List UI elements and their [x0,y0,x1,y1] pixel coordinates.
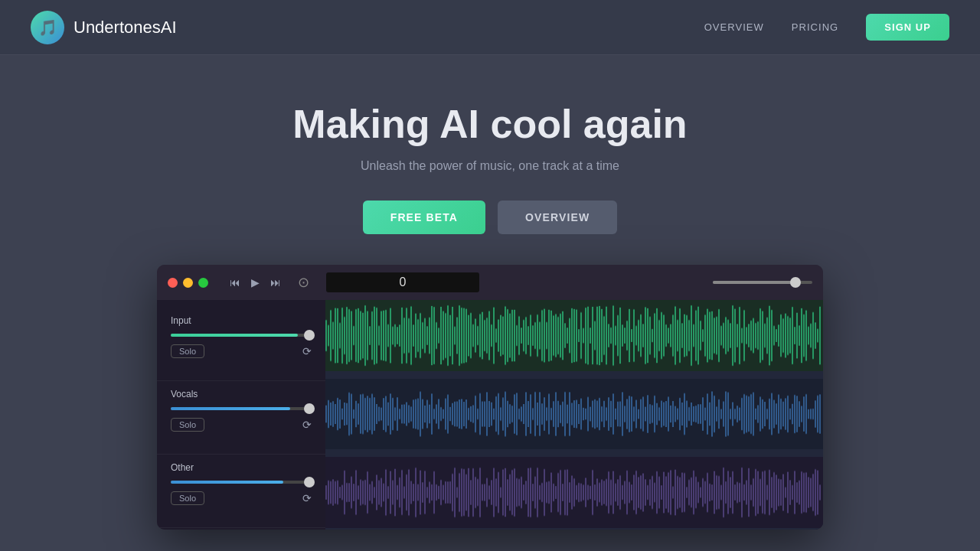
traffic-lights [168,278,208,288]
track-other-name: Other [171,462,312,473]
track-other-fill [171,481,283,484]
track-vocals-thumb[interactable] [304,403,315,414]
waveform-vocals [325,379,823,452]
track-input-slider-bg [171,334,312,337]
waveform-separator-1 [325,373,823,379]
track-vocals-slider-bg [171,407,312,410]
track-other-controls: Solo ⟳ [171,491,312,505]
nav-pricing[interactable]: PRICING [792,21,838,33]
track-input-settings-icon[interactable]: ⟳ [302,345,312,357]
fast-forward-button[interactable]: ⏭ [270,276,281,289]
maximize-button[interactable] [198,278,208,288]
daw-titlebar: ⏮ ▶ ⏭ ⊙ 0 [157,265,823,300]
track-other-settings-icon[interactable]: ⟳ [302,492,312,504]
waveform-other-canvas [325,457,823,528]
hero-title: Making AI cool again [292,101,687,147]
track-other-thumb[interactable] [304,477,315,487]
hero-subtitle: Unleash the power of music, one track at… [361,159,619,173]
waveform-other [325,457,823,530]
track-input-slider[interactable] [171,334,312,337]
volume-thumb[interactable] [790,277,801,288]
track-input-controls: Solo ⟳ [171,344,312,358]
logo-icon: 🎵 [31,11,64,44]
track-input-fill [171,334,298,337]
daw-window: ⏮ ▶ ⏭ ⊙ 0 Input [157,265,823,530]
track-input: Input Solo ⟳ [157,308,325,381]
daw-body: Input Solo ⟳ Vocals [157,300,823,530]
nav-overview[interactable]: OVERVIEW [704,21,764,33]
track-other-solo[interactable]: Solo [171,491,204,505]
waveform-input-canvas [325,300,823,371]
free-beta-button[interactable]: FREE BETA [363,201,485,234]
track-input-thumb[interactable] [304,330,315,341]
hero-section: Making AI cool again Unleash the power o… [0,55,980,265]
waveforms-panel [325,300,823,530]
minimize-button[interactable] [183,278,193,288]
track-vocals-slider[interactable] [171,407,312,410]
track-vocals-fill [171,407,290,410]
close-button[interactable] [168,278,178,288]
volume-track [713,281,812,284]
rewind-button[interactable]: ⏮ [230,276,240,289]
logo-area: 🎵 UndertonesAI [31,11,177,44]
track-vocals-controls: Solo ⟳ [171,418,312,432]
overview-button[interactable]: OVERVIEW [498,201,617,234]
signup-button[interactable]: SIGN UP [866,14,949,41]
track-other-slider-bg [171,481,312,484]
transport-controls: ⏮ ▶ ⏭ [230,276,281,289]
track-vocals-settings-icon[interactable]: ⟳ [302,419,312,431]
track-other: Other Solo ⟳ [157,455,325,528]
track-input-solo[interactable]: Solo [171,344,204,358]
header: 🎵 UndertonesAI OVERVIEW PRICING SIGN UP [0,0,980,55]
waveform-input [325,300,823,373]
volume-slider[interactable] [713,281,812,284]
play-button[interactable]: ▶ [251,276,260,289]
timer-display: 0 [326,272,479,292]
track-input-name: Input [171,315,312,326]
track-vocals-name: Vocals [171,389,312,399]
nav-links: OVERVIEW PRICING SIGN UP [704,14,949,41]
track-vocals-solo[interactable]: Solo [171,418,204,432]
track-other-slider[interactable] [171,481,312,484]
track-vocals: Vocals Solo ⟳ [157,381,325,455]
settings-icon[interactable]: ⊙ [298,274,309,291]
waveform-vocals-canvas [325,379,823,450]
tracks-panel: Input Solo ⟳ Vocals [157,300,325,530]
logo-text: UndertonesAI [74,18,177,37]
hero-buttons: FREE BETA OVERVIEW [363,201,618,234]
volume-fill [713,281,792,284]
waveform-separator-2 [325,451,823,457]
